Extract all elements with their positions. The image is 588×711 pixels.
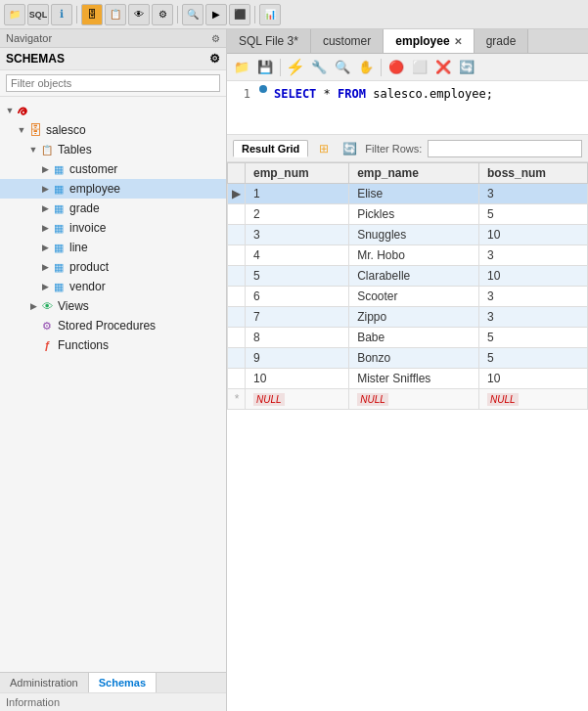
cell-emp-num[interactable]: 3 (246, 225, 349, 245)
new-row-cell[interactable]: NULL (246, 389, 349, 410)
cell-emp-num[interactable]: 2 (246, 204, 349, 225)
qt-icon-open[interactable]: 📁 (231, 57, 252, 78)
result-icon-refresh[interactable]: 🔄 (339, 139, 359, 158)
query-text[interactable]: SELECT * FROM salesco.employee; (270, 85, 497, 103)
cell-emp-name[interactable]: Clarabelle (349, 266, 479, 287)
cell-emp-num[interactable]: 4 (246, 245, 349, 266)
table-row-new[interactable]: *NULLNULLNULL (228, 389, 588, 410)
query-table: salesco.employee; (366, 87, 493, 101)
tab-employee[interactable]: employee ✕ (384, 29, 474, 53)
table-row[interactable]: 10Mister Sniffles10 (228, 369, 588, 389)
cell-boss-num[interactable]: 3 (478, 287, 587, 307)
qt-icon-explain[interactable]: 🔧 (308, 57, 330, 78)
tree-item-salesco[interactable]: ▼ 🗄 salesco (0, 120, 226, 140)
qt-icon-white[interactable]: ⬜ (409, 57, 430, 78)
cell-emp-num[interactable]: 9 (246, 348, 349, 369)
toolbar-icon-info[interactable]: ℹ (51, 4, 72, 25)
cell-emp-name[interactable]: Bonzo (349, 348, 479, 369)
cell-boss-num[interactable]: 5 (478, 328, 587, 348)
toolbar-icon-search[interactable]: 🔍 (182, 4, 204, 25)
cell-emp-name[interactable]: Mr. Hobo (349, 245, 479, 266)
toolbar-icon-stop[interactable]: ⬛ (229, 4, 250, 25)
table-row[interactable]: ▶1Elise3 (228, 184, 588, 204)
filter-rows-input[interactable] (428, 140, 582, 157)
qt-icon-save[interactable]: 💾 (254, 57, 276, 78)
cell-boss-num[interactable]: 10 (478, 225, 587, 245)
cell-emp-name[interactable]: Snuggles (349, 225, 479, 245)
cell-emp-name[interactable]: Pickles (349, 204, 479, 225)
tree-item-storedproc[interactable]: ▶ ⚙ Stored Procedures (0, 316, 226, 335)
qt-icon-execute[interactable]: ⚡ (285, 57, 306, 78)
cell-emp-name[interactable]: Mister Sniffles (349, 369, 479, 389)
tree-label-vendor: vendor (69, 280, 106, 293)
col-emp-name[interactable]: emp_name (349, 163, 479, 184)
tree-item-customer[interactable]: ▶ ▦ customer (0, 159, 226, 179)
cell-boss-num[interactable]: 3 (478, 245, 587, 266)
qt-icon-red[interactable]: 🔴 (385, 57, 407, 78)
result-icon-grid[interactable]: ⊞ (314, 139, 334, 158)
tab-administration[interactable]: Administration (0, 673, 89, 692)
new-row-cell[interactable]: NULL (349, 389, 479, 410)
data-grid[interactable]: emp_num emp_name boss_num ▶1Elise32Pickl… (227, 162, 588, 711)
table-row[interactable]: 6Scooter3 (228, 287, 588, 307)
cell-emp-name[interactable]: Babe (349, 328, 479, 348)
table-row[interactable]: 4Mr. Hobo3 (228, 245, 588, 266)
toolbar-icon-db[interactable]: 🗄 (81, 4, 103, 25)
filter-input[interactable] (6, 74, 220, 92)
tree-item-product[interactable]: ▶ ▦ product (0, 257, 226, 277)
tab-schemas[interactable]: Schemas (89, 673, 157, 692)
table-row[interactable]: 7Zippo3 (228, 307, 588, 328)
tree-item-grade[interactable]: ▶ ▦ grade (0, 199, 226, 218)
qt-icon-hand[interactable]: ✋ (355, 57, 377, 78)
table-row[interactable]: 5Clarabelle10 (228, 266, 588, 287)
cell-emp-num[interactable]: 7 (246, 307, 349, 328)
toolbar-icon-execute[interactable]: ▶ (205, 4, 227, 25)
result-grid-tab[interactable]: Result Grid (233, 140, 308, 157)
table-row[interactable]: 9Bonzo5 (228, 348, 588, 369)
cell-boss-num[interactable]: 10 (478, 369, 587, 389)
cell-boss-num[interactable]: 5 (478, 204, 587, 225)
cell-emp-num[interactable]: 10 (246, 369, 349, 389)
cell-emp-num[interactable]: 5 (246, 266, 349, 287)
tree-item-invoice[interactable]: ▶ ▦ invoice (0, 218, 226, 238)
tree-item-tables[interactable]: ▼ 📋 Tables (0, 140, 226, 159)
result-tbody: ▶1Elise32Pickles53Snuggles104Mr. Hobo35C… (228, 184, 588, 410)
toolbar-icon-misc[interactable]: 📊 (259, 4, 281, 25)
tree-item-line[interactable]: ▶ ▦ line (0, 238, 226, 257)
tab-close-employee[interactable]: ✕ (454, 36, 462, 47)
tree-item-views[interactable]: ▶ 👁 Views (0, 296, 226, 316)
toolbar-icon-folder[interactable]: 📁 (4, 4, 25, 25)
cell-emp-name[interactable]: Elise (349, 184, 479, 204)
cell-emp-name[interactable]: Zippo (349, 307, 479, 328)
cell-boss-num[interactable]: 5 (478, 348, 587, 369)
schemas-action-icon[interactable]: ⚙ (209, 52, 220, 66)
cell-boss-num[interactable]: 3 (478, 307, 587, 328)
toolbar-icon-sql[interactable]: SQL (27, 4, 49, 25)
tree-item-employee[interactable]: ▶ ▦ employee (0, 179, 226, 199)
cell-emp-name[interactable]: Scooter (349, 287, 479, 307)
tab-sqlfile[interactable]: SQL File 3* (227, 29, 311, 53)
cell-emp-num[interactable]: 6 (246, 287, 349, 307)
qt-icon-search[interactable]: 🔍 (332, 57, 353, 78)
cell-boss-num[interactable]: 10 (478, 266, 587, 287)
toolbar-icon-table[interactable]: 📋 (105, 4, 126, 25)
qt-icon-refresh[interactable]: 🔄 (456, 57, 477, 78)
tab-customer[interactable]: customer (311, 29, 384, 53)
tree-item-functions[interactable]: ▶ ƒ Functions (0, 335, 226, 355)
cell-emp-num[interactable]: 1 (246, 184, 349, 204)
tree-item-vendor[interactable]: ▶ ▦ vendor (0, 277, 226, 296)
tab-grade[interactable]: grade (475, 29, 529, 53)
query-editor[interactable]: 1 SELECT * FROM salesco.employee; (227, 81, 588, 135)
cell-boss-num[interactable]: 3 (478, 184, 587, 204)
new-row-cell[interactable]: NULL (478, 389, 587, 410)
toolbar-icon-view[interactable]: 👁 (128, 4, 150, 25)
cell-emp-num[interactable]: 8 (246, 328, 349, 348)
col-boss-num[interactable]: boss_num (478, 163, 587, 184)
table-row[interactable]: 8Babe5 (228, 328, 588, 348)
tree-item-root[interactable]: ▼ (0, 101, 226, 120)
col-emp-num[interactable]: emp_num (246, 163, 349, 184)
table-row[interactable]: 2Pickles5 (228, 204, 588, 225)
qt-icon-close[interactable]: ❌ (432, 57, 454, 78)
table-row[interactable]: 3Snuggles10 (228, 225, 588, 245)
toolbar-icon-proc[interactable]: ⚙ (152, 4, 173, 25)
